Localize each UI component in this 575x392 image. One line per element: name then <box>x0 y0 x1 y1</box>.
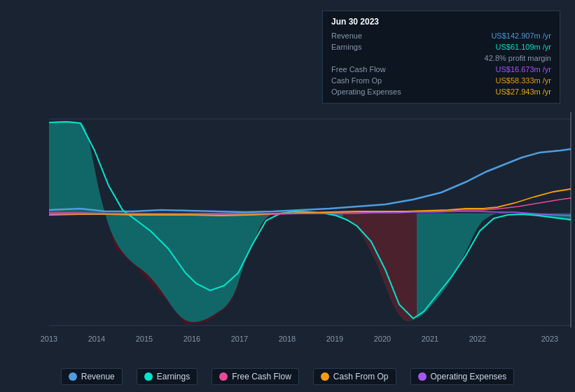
tooltip-row-profit-margin: 42.8% profit margin <box>331 52 551 64</box>
tooltip-label-cashfromop: Cash From Op <box>331 76 415 85</box>
legend-label-revenue: Revenue <box>81 372 115 382</box>
legend-item-cashfromop[interactable]: Cash From Op <box>313 368 396 385</box>
legend-item-opex[interactable]: Operating Expenses <box>410 368 515 385</box>
tooltip-row-revenue: Revenue US$142.907m /yr <box>331 30 551 41</box>
tooltip-label-revenue: Revenue <box>331 31 415 40</box>
svg-text:2016: 2016 <box>183 335 200 343</box>
chart-container: Jun 30 2023 Revenue US$142.907m /yr Earn… <box>0 0 575 392</box>
svg-text:2014: 2014 <box>88 335 105 343</box>
legend-dot-earnings <box>144 372 153 381</box>
tooltip-row-earnings: Earnings US$61.109m /yr <box>331 41 551 52</box>
chart-legend: Revenue Earnings Free Cash Flow Cash Fro… <box>0 368 575 385</box>
legend-item-earnings[interactable]: Earnings <box>137 368 198 385</box>
tooltip-value-revenue: US$142.907m /yr <box>491 31 551 40</box>
tooltip-label-fcf: Free Cash Flow <box>331 65 415 74</box>
svg-text:2015: 2015 <box>136 335 153 343</box>
svg-text:2013: 2013 <box>41 335 57 343</box>
tooltip-value-cashfromop: US$58.333m /yr <box>496 76 551 85</box>
legend-label-cashfromop: Cash From Op <box>333 372 389 382</box>
svg-text:2022: 2022 <box>469 335 486 343</box>
legend-dot-cashfromop <box>321 372 329 381</box>
legend-dot-opex <box>418 372 427 381</box>
tooltip-row-opex: Operating Expenses US$27.943m /yr <box>331 86 551 97</box>
legend-dot-revenue <box>69 372 77 381</box>
legend-item-revenue[interactable]: Revenue <box>61 368 123 385</box>
svg-text:2020: 2020 <box>374 335 391 343</box>
tooltip-label-earnings: Earnings <box>331 43 415 51</box>
tooltip-profit-margin: 42.8% profit margin <box>478 54 551 62</box>
legend-dot-fcf <box>219 372 228 381</box>
svg-text:2018: 2018 <box>279 335 296 343</box>
legend-label-fcf: Free Cash Flow <box>232 372 291 382</box>
tooltip-value-fcf: US$16.673m /yr <box>496 65 551 74</box>
svg-text:2017: 2017 <box>231 335 248 343</box>
tooltip-row-cashfromop: Cash From Op US$58.333m /yr <box>331 75 551 86</box>
tooltip-label-opex: Operating Expenses <box>331 88 415 96</box>
tooltip-box: Jun 30 2023 Revenue US$142.907m /yr Earn… <box>322 10 560 104</box>
legend-label-earnings: Earnings <box>157 372 190 382</box>
svg-text:2019: 2019 <box>326 335 343 343</box>
legend-label-opex: Operating Expenses <box>431 372 507 382</box>
tooltip-date: Jun 30 2023 <box>331 17 551 27</box>
legend-item-fcf[interactable]: Free Cash Flow <box>212 368 299 385</box>
tooltip-row-fcf: Free Cash Flow US$16.673m /yr <box>331 64 551 75</box>
tooltip-value-opex: US$27.943m /yr <box>496 88 551 96</box>
svg-text:2021: 2021 <box>422 335 438 343</box>
svg-text:2023: 2023 <box>541 335 558 343</box>
tooltip-value-earnings: US$61.109m /yr <box>496 43 551 51</box>
